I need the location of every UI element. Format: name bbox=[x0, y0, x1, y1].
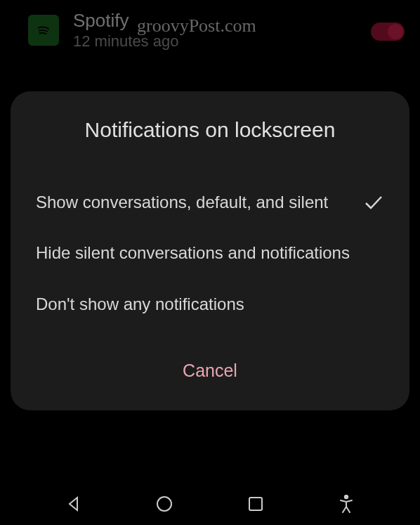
option-label: Hide silent conversations and notificati… bbox=[36, 242, 384, 264]
option-hide-silent[interactable]: Hide silent conversations and notificati… bbox=[11, 228, 409, 278]
option-show-conversations[interactable]: Show conversations, default, and silent bbox=[11, 177, 409, 228]
accessibility-icon[interactable] bbox=[336, 493, 357, 514]
cancel-button[interactable]: Cancel bbox=[11, 351, 409, 391]
svg-point-1 bbox=[157, 497, 171, 511]
check-icon bbox=[363, 192, 384, 213]
option-dont-show[interactable]: Don't show any notifications bbox=[11, 279, 409, 330]
lockscreen-notifications-dialog: Notifications on lockscreen Show convers… bbox=[11, 91, 409, 410]
watermark-text: groovyPost.com bbox=[137, 15, 256, 37]
option-label: Show conversations, default, and silent bbox=[36, 191, 363, 214]
svg-rect-2 bbox=[249, 498, 262, 510]
recents-icon[interactable] bbox=[245, 493, 266, 514]
dialog-title: Notifications on lockscreen bbox=[11, 118, 409, 142]
home-icon[interactable] bbox=[154, 493, 175, 514]
back-icon[interactable] bbox=[63, 493, 84, 514]
spotify-icon bbox=[28, 15, 59, 46]
system-nav-bar bbox=[0, 483, 420, 525]
notification-toggle[interactable] bbox=[371, 22, 405, 41]
svg-point-3 bbox=[345, 495, 348, 498]
option-label: Don't show any notifications bbox=[36, 293, 384, 316]
